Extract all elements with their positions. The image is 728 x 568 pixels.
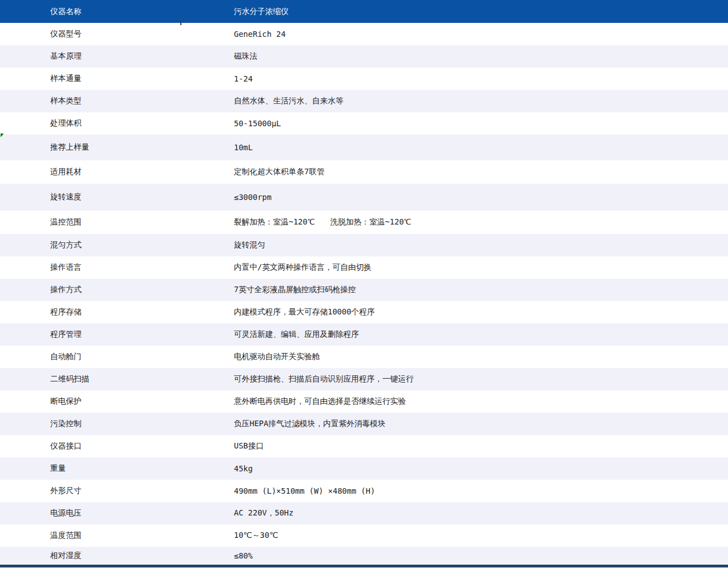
spec-value: 490mm (L)×510mm (W) ×480mm (H) [181,486,728,495]
spec-table-body: 仪器型号 GeneRich 24 基本原理 磁珠法 样本通量 1-24 样本类型… [0,23,728,565]
spec-value: USB接口 [181,441,728,451]
spec-value: 裂解加热：室温~120℃ 洗脱加热：室温~120℃ [181,217,728,227]
spec-label: 推荐上样量 [0,142,181,152]
table-row: 程序存储 内建模式程序，最大可存储10000个程序 [0,301,728,323]
column-divider-tick-icon [180,21,181,25]
table-row: 处理体积 50-15000μL [0,112,728,135]
spec-label: 旋转速度 [0,192,181,202]
spec-value: 可外接扫描枪、扫描后自动识别应用程序，一键运行 [181,374,728,384]
spec-table: 仪器名称 污水分子浓缩仪 仪器型号 GeneRich 24 基本原理 磁珠法 样… [0,0,728,565]
table-row: 操作语言 内置中/英文两种操作语言，可自由切换 [0,256,728,279]
spec-label: 基本原理 [0,51,181,61]
spec-value: 可灵活新建、编辑、应用及删除程序 [181,330,728,340]
table-row: 自动舱门 电机驱动自动开关实验舱 [0,346,728,368]
spec-label: 电源电压 [0,508,181,518]
spec-value: 旋转混匀 [181,240,728,250]
spec-value: AC 220V，50Hz [181,508,728,518]
spec-label: 操作语言 [0,262,181,273]
spec-label: 适用耗材 [0,167,181,177]
table-row: 基本原理 磁珠法 [0,45,728,68]
table-row: 电源电压 AC 220V，50Hz [0,502,728,524]
spec-value: ≤80% [181,551,728,560]
table-row: 仪器接口 USB接口 [0,435,728,457]
green-corner-marker-icon [1,133,3,137]
spec-label: 处理体积 [0,118,181,128]
spec-value: 45kg [181,464,728,473]
spec-value: GeneRich 24 [181,30,728,39]
table-row: 推荐上样量 10mL [0,135,728,160]
spec-label: 外形尺寸 [0,486,181,496]
spec-value: 意外断电再供电时，可自由选择是否继续运行实验 [181,397,728,407]
table-row: 混匀方式 旋转混匀 [0,234,728,256]
spec-label: 程序管理 [0,330,181,340]
spec-label: 程序存储 [0,307,181,317]
spec-label: 温控范围 [0,217,181,227]
table-row: 相对湿度 ≤80% [0,547,728,565]
table-header-row: 仪器名称 污水分子浓缩仪 [0,0,728,23]
spec-value: 定制化超大体积单条7联管 [181,167,728,177]
spec-value: ≤3000rpm [181,193,728,202]
spec-label: 操作方式 [0,285,181,295]
table-row: 重量 45kg [0,457,728,480]
spec-value: 10mL [181,143,728,152]
spec-label: 重量 [0,464,181,474]
table-row: 仪器型号 GeneRich 24 [0,23,728,45]
table-row: 温控范围 裂解加热：室温~120℃ 洗脱加热：室温~120℃ [0,211,728,234]
spec-value: 内置中/英文两种操作语言，可自由切换 [181,262,728,273]
table-row: 二维码扫描 可外接扫描枪、扫描后自动识别应用程序，一键运行 [0,368,728,390]
spec-sheet-page: 仪器名称 污水分子浓缩仪 仪器型号 GeneRich 24 基本原理 磁珠法 样… [0,0,728,567]
table-row: 温度范围 10℃～30℃ [0,524,728,547]
spec-value: 负压HEPA排气过滤模块，内置紫外消毒模块 [181,419,728,429]
spec-label: 仪器接口 [0,441,181,451]
spec-label: 混匀方式 [0,240,181,250]
table-row: 操作方式 7英寸全彩液晶屏触控或扫码枪操控 [0,279,728,301]
spec-label: 样本通量 [0,74,181,84]
bottom-border-bar [0,565,728,567]
spec-label: 二维码扫描 [0,374,181,384]
header-label: 仪器名称 [0,7,181,17]
table-row: 污染控制 负压HEPA排气过滤模块，内置紫外消毒模块 [0,413,728,435]
spec-value: 内建模式程序，最大可存储10000个程序 [181,307,728,317]
spec-label: 污染控制 [0,419,181,429]
spec-label: 温度范围 [0,531,181,541]
table-row: 外形尺寸 490mm (L)×510mm (W) ×480mm (H) [0,480,728,502]
spec-value: 50-15000μL [181,119,728,128]
table-row: 样本类型 自然水体、生活污水、自来水等 [0,90,728,112]
spec-value: 1-24 [181,74,728,83]
header-value: 污水分子浓缩仪 [181,7,728,17]
table-row: 旋转速度 ≤3000rpm [0,184,728,211]
spec-value: 10℃～30℃ [181,531,728,541]
spec-label: 相对湿度 [0,551,181,561]
spec-label: 样本类型 [0,96,181,106]
spec-value: 电机驱动自动开关实验舱 [181,352,728,362]
spec-value: 自然水体、生活污水、自来水等 [181,96,728,106]
table-row: 程序管理 可灵活新建、编辑、应用及删除程序 [0,323,728,346]
spec-label: 仪器型号 [0,29,181,39]
table-row: 样本通量 1-24 [0,68,728,90]
table-row: 断电保护 意外断电再供电时，可自由选择是否继续运行实验 [0,390,728,413]
table-row: 适用耗材 定制化超大体积单条7联管 [0,160,728,184]
spec-value: 磁珠法 [181,51,728,61]
spec-label: 断电保护 [0,397,181,407]
spec-value: 7英寸全彩液晶屏触控或扫码枪操控 [181,285,728,295]
spec-label: 自动舱门 [0,352,181,362]
